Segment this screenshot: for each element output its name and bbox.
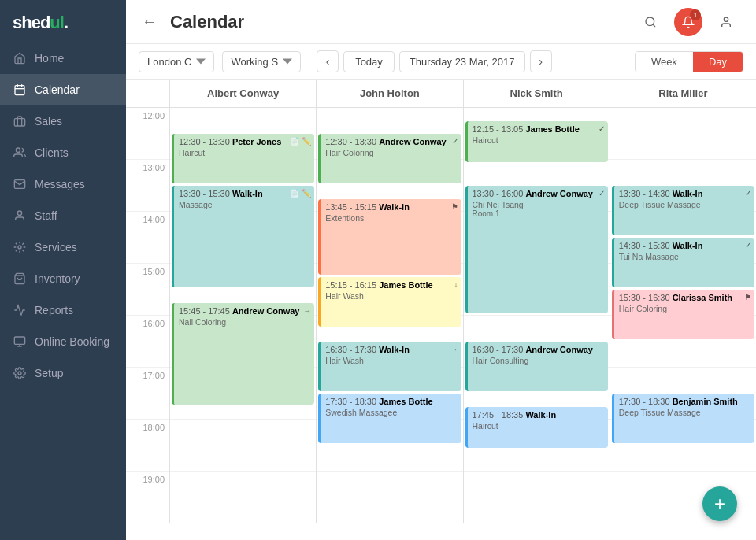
appointment-d3[interactable]: 15:30 - 16:30 Clarissa Smith Hair Colori… [612, 290, 754, 339]
svg-point-12 [18, 372, 21, 375]
week-view-button[interactable]: Week [636, 52, 693, 72]
appt-time-name: 15:30 - 16:30 Clarissa Smith [619, 293, 750, 302]
appt-icons: → [303, 306, 311, 315]
sidebar-label-staff: Staff [35, 209, 57, 222]
appt-time-name: 16:30 - 17:30 Walk-In [325, 345, 456, 354]
appointment-c1[interactable]: 12:15 - 13:05 James Bottle Haircut ✓ [465, 121, 608, 162]
staff-col-albert: 12:30 - 13:30 Peter Jones Haircut 📄✏️ 13… [170, 108, 317, 523]
view-toggle: Week Day [635, 51, 743, 72]
appointment-b5[interactable]: 17:30 - 18:30 James Bottle Swedish Massa… [318, 394, 461, 443]
prev-button[interactable]: ‹ [317, 50, 339, 72]
sidebar-item-messages[interactable]: Messages [0, 168, 126, 200]
appt-service: Hair Coloring [619, 304, 750, 313]
appointment-d4[interactable]: 17:30 - 18:30 Benjamin Smith Deep Tissue… [612, 394, 754, 443]
appointment-b1[interactable]: 12:30 - 13:30 Andrew Conway Hair Colorin… [318, 134, 461, 183]
notifications-button[interactable]: 1 [674, 8, 702, 36]
appointment-a2[interactable]: 13:30 - 15:30 Walk-In Massage 📄✏️ [172, 186, 314, 287]
appt-time-name: 13:30 - 14:30 Walk-In [619, 189, 750, 198]
next-button[interactable]: › [530, 50, 552, 72]
sidebar-item-setup[interactable]: Setup [0, 357, 126, 389]
time-col-header [126, 80, 170, 107]
sidebar-item-calendar[interactable]: Calendar [0, 74, 126, 105]
appt-service: Extentions [325, 213, 456, 223]
appointment-a3[interactable]: 15:45 - 17:45 Andrew Conway Nail Colorin… [172, 303, 314, 405]
today-button[interactable]: Today [343, 51, 395, 72]
appt-icons: ✓ [745, 189, 751, 198]
appt-time-name: 14:30 - 15:30 Walk-In [619, 241, 750, 250]
appt-icons: ✓ [745, 241, 751, 250]
sidebar-item-staff[interactable]: Staff [0, 200, 126, 231]
svg-rect-4 [14, 119, 24, 126]
slot-row[interactable] [170, 420, 316, 472]
appt-icons: ↓ [454, 280, 458, 289]
sidebar-label-sales: Sales [35, 115, 62, 128]
day-view-button[interactable]: Day [693, 52, 743, 72]
calendar-container: Albert Conway John Holton Nick Smith Rit… [126, 80, 756, 540]
sidebar-item-online-booking[interactable]: Online Booking [0, 326, 126, 357]
slot-row[interactable] [610, 108, 756, 160]
appointment-d1[interactable]: 13:30 - 14:30 Walk-In Deep Tissue Massag… [612, 186, 754, 235]
location-select[interactable]: London C [139, 51, 214, 72]
appointment-b2[interactable]: 13:45 - 15:15 Walk-In Extentions ⚑ [318, 199, 461, 275]
appt-service: Hair Wash [325, 291, 456, 301]
toolbar: London C Working S ‹ Today Thursday 23 M… [126, 44, 756, 80]
add-appointment-button[interactable]: + [702, 486, 737, 521]
appointment-c3[interactable]: 16:30 - 17:30 Andrew Conway Hair Consult… [465, 342, 608, 391]
calendar-icon [13, 83, 27, 97]
messages-icon [13, 177, 27, 191]
appt-time-name: 16:30 - 17:30 Andrew Conway [472, 345, 603, 354]
header: ← Calendar 1 [126, 0, 756, 44]
reports-icon [13, 303, 27, 317]
notification-badge: 1 [690, 9, 701, 20]
appt-time-name: 15:15 - 16:15 James Bottle [325, 280, 456, 290]
appt-time-name: 17:30 - 18:30 Benjamin Smith [619, 397, 750, 406]
appt-time-name: 17:45 - 18:35 Walk-In [472, 410, 603, 420]
sidebar-label-reports: Reports [35, 304, 73, 316]
home-icon [13, 51, 27, 65]
slot-row[interactable] [317, 472, 462, 523]
sidebar-item-sales[interactable]: Sales [0, 105, 126, 137]
appt-service: Hair Coloring [325, 148, 456, 157]
appointment-b3[interactable]: 15:15 - 16:15 James Bottle Hair Wash ↓ [318, 277, 461, 327]
profile-button[interactable] [712, 8, 740, 36]
slot-row[interactable] [170, 472, 316, 523]
sidebar-item-inventory[interactable]: Inventory [0, 263, 126, 294]
appt-icons: ✓ [452, 137, 458, 146]
appt-time-name: 17:30 - 18:30 James Bottle [325, 397, 456, 406]
svg-point-5 [16, 148, 20, 152]
view-type-select[interactable]: Working S [222, 51, 301, 72]
sidebar-label-messages: Messages [35, 178, 85, 190]
sidebar-label-setup: Setup [35, 367, 64, 379]
appt-icons: ✓ [598, 189, 605, 198]
services-icon [13, 240, 27, 254]
appt-time-name: 12:30 - 13:30 Andrew Conway [325, 137, 456, 146]
back-button[interactable]: ← [142, 13, 158, 31]
sidebar-item-services[interactable]: Services [0, 231, 126, 263]
appointment-a1[interactable]: 12:30 - 13:30 Peter Jones Haircut 📄✏️ [172, 134, 314, 183]
sidebar-item-clients[interactable]: Clients [0, 137, 126, 168]
appointment-c4[interactable]: 17:45 - 18:35 Walk-In Haircut [465, 407, 608, 448]
appt-service: Haircut [472, 421, 603, 431]
search-button[interactable] [636, 8, 665, 36]
appt-service: Deep Tissue Massage [619, 408, 750, 417]
sidebar-item-reports[interactable]: Reports [0, 294, 126, 326]
appointment-d2[interactable]: 14:30 - 15:30 Walk-In Tui Na Massage ✓ [612, 238, 754, 287]
svg-line-14 [653, 24, 655, 27]
sidebar-label-online-booking: Online Booking [35, 335, 109, 348]
svg-rect-0 [15, 86, 24, 95]
appt-service: Hair Wash [325, 356, 456, 365]
appt-icons: 📄✏️ [290, 189, 311, 198]
time-slot-1300: 13:00 [126, 160, 169, 212]
slot-row[interactable] [464, 472, 610, 523]
appt-room: Room 1 [472, 209, 603, 218]
sidebar-nav: Home Calendar Sales Clients Messages Sta… [0, 43, 126, 389]
time-slot-1200: 12:00 [126, 108, 169, 160]
sales-icon [13, 114, 27, 128]
calendar-header: Albert Conway John Holton Nick Smith Rit… [126, 80, 756, 108]
main-content: ← Calendar 1 London C Working S ‹ To [126, 0, 756, 540]
svg-rect-9 [14, 337, 24, 344]
appointment-b4[interactable]: 16:30 - 17:30 Walk-In Hair Wash → [318, 342, 461, 391]
appointment-c2[interactable]: 13:30 - 16:00 Andrew Conway Chi Nei Tsan… [465, 186, 608, 313]
sidebar-item-home[interactable]: Home [0, 43, 126, 74]
time-slot-1700: 17:00 [126, 368, 169, 420]
